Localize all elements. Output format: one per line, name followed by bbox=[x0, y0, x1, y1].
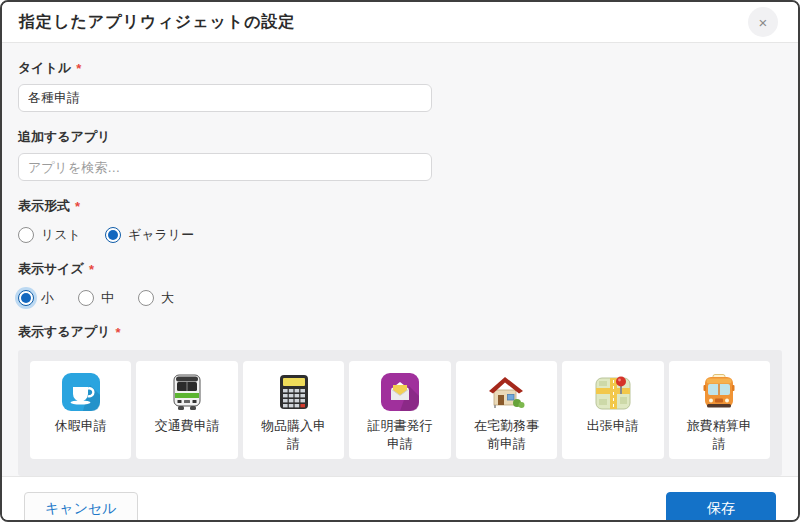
app-label: 出張申請 bbox=[587, 417, 639, 435]
train-icon bbox=[167, 372, 207, 412]
display-apps-label: 表示するアプリ * bbox=[18, 323, 782, 341]
radio-option-gallery[interactable]: ギャラリー bbox=[105, 226, 194, 244]
app-widget-settings-dialog: 指定したアプリウィジェットの設定 × タイトル * 追加するアプリ 表示形式 *… bbox=[0, 0, 800, 522]
dialog-body: タイトル * 追加するアプリ 表示形式 * リスト ギャラリー 表示サイズ * bbox=[2, 43, 798, 476]
envelope-app-icon bbox=[380, 372, 420, 412]
app-card-business-trip[interactable]: 出張申請 bbox=[562, 361, 663, 459]
app-search-input[interactable] bbox=[18, 153, 432, 181]
display-size-radio-group: 小 中 大 bbox=[18, 289, 782, 307]
radio-checked-icon bbox=[18, 290, 34, 306]
radio-option-medium[interactable]: 中 bbox=[78, 289, 114, 307]
app-card-purchase[interactable]: 物品購入申請 bbox=[243, 361, 344, 459]
save-button[interactable]: 保存 bbox=[666, 492, 776, 522]
app-label: 休暇申請 bbox=[55, 417, 107, 435]
radio-unchecked-icon bbox=[138, 290, 154, 306]
app-gallery: 休暇申請 交通費申請 bbox=[18, 350, 782, 476]
app-card-certificate[interactable]: 証明書発行申請 bbox=[349, 361, 450, 459]
dialog-title: 指定したアプリウィジェットの設定 bbox=[19, 12, 296, 33]
required-asterisk: * bbox=[89, 262, 94, 277]
display-size-label: 表示サイズ * bbox=[18, 260, 782, 278]
app-card-transport-expense[interactable]: 交通費申請 bbox=[136, 361, 237, 459]
calculator-icon bbox=[274, 372, 314, 412]
house-icon bbox=[486, 372, 526, 412]
radio-option-list[interactable]: リスト bbox=[18, 226, 81, 244]
close-icon: × bbox=[759, 15, 768, 30]
close-button[interactable]: × bbox=[748, 7, 778, 37]
radio-unchecked-icon bbox=[18, 227, 34, 243]
display-format-label: 表示形式 * bbox=[18, 197, 782, 215]
required-asterisk: * bbox=[76, 61, 81, 76]
title-field-label: タイトル * bbox=[18, 59, 782, 77]
radio-checked-icon bbox=[105, 227, 121, 243]
radio-unchecked-icon bbox=[78, 290, 94, 306]
app-card-remote-work[interactable]: 在宅勤務事前申請 bbox=[456, 361, 557, 459]
app-card-travel-expense[interactable]: 旅費精算申請 bbox=[669, 361, 770, 459]
required-asterisk: * bbox=[116, 325, 121, 340]
dialog-footer: キャンセル 保存 bbox=[2, 476, 798, 522]
radio-option-large[interactable]: 大 bbox=[138, 289, 174, 307]
coffee-app-icon bbox=[61, 372, 101, 412]
required-asterisk: * bbox=[75, 199, 80, 214]
radio-option-small[interactable]: 小 bbox=[18, 289, 54, 307]
add-app-field-label: 追加するアプリ bbox=[18, 128, 782, 146]
display-format-radio-group: リスト ギャラリー bbox=[18, 226, 782, 244]
cancel-button[interactable]: キャンセル bbox=[24, 492, 138, 522]
bus-icon bbox=[699, 372, 739, 412]
app-label: 交通費申請 bbox=[155, 417, 220, 435]
app-label: 旅費精算申請 bbox=[684, 417, 754, 452]
title-input[interactable] bbox=[18, 84, 432, 112]
app-card-vacation[interactable]: 休暇申請 bbox=[30, 361, 131, 459]
map-icon bbox=[593, 372, 633, 412]
app-label: 在宅勤務事前申請 bbox=[471, 417, 541, 452]
app-label: 証明書発行申請 bbox=[365, 417, 435, 452]
app-label: 物品購入申請 bbox=[258, 417, 328, 452]
dialog-header: 指定したアプリウィジェットの設定 × bbox=[2, 2, 798, 43]
